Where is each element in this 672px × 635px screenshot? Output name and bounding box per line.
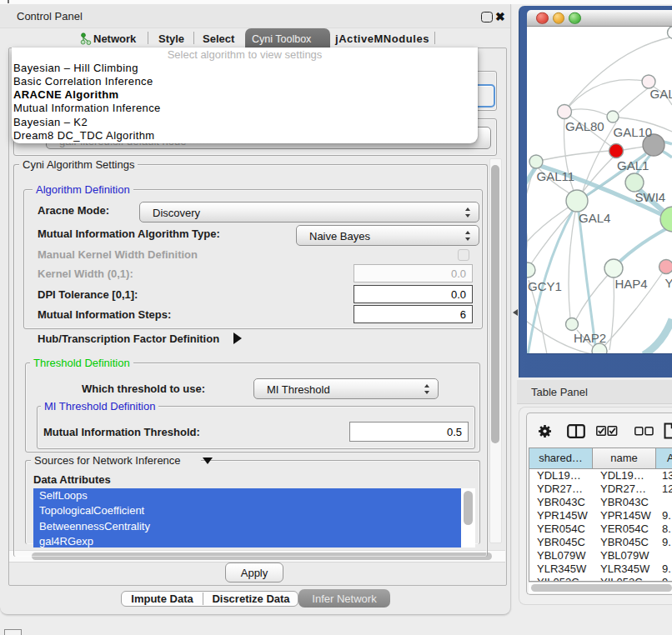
column-header-name[interactable]: name: [593, 448, 656, 469]
unchecked-boxes-icon[interactable]: [634, 427, 654, 436]
network-window-titlebar[interactable]: [527, 10, 672, 27]
table-cell-shared-name[interactable]: YPR145W: [537, 509, 592, 522]
algorithm-dropdown-item[interactable]: ARACNE Algorithm: [13, 88, 119, 102]
table-cell-shared-name[interactable]: YER054C: [537, 522, 592, 536]
attribute-list-item[interactable]: SelfLoops: [33, 488, 461, 503]
table-cell-name[interactable]: YLR345W: [600, 562, 655, 576]
which-threshold-combo[interactable]: MI Threshold: [253, 378, 439, 399]
table-cell-name[interactable]: YDR27…: [600, 482, 655, 496]
table-cell-shared-name[interactable]: YBR043C: [537, 496, 592, 509]
mi-threshold-input[interactable]: 0.5: [349, 422, 469, 442]
network-node-n-gcy1[interactable]: [527, 262, 535, 278]
manual-kernel-checkbox[interactable]: [458, 249, 469, 261]
split-columns-icon[interactable]: [567, 424, 585, 438]
list-scrollbar-thumb[interactable]: [464, 491, 473, 525]
table-cell-value[interactable]: 8.: [662, 522, 672, 536]
float-window-icon[interactable]: [481, 12, 493, 22]
network-node-n-salmon[interactable]: [659, 260, 672, 274]
table-horizontal-scrollbar[interactable]: [529, 582, 672, 593]
table-cell-value[interactable]: 9.: [662, 562, 672, 576]
table-cell-shared-name[interactable]: YBR045C: [537, 536, 592, 549]
network-node-n-gal4[interactable]: [566, 190, 588, 212]
table-cell-value[interactable]: 9.: [662, 576, 672, 582]
tab-cyni-toolbox[interactable]: Cyni Toolbox: [245, 28, 330, 48]
table-cell-name[interactable]: YIL052C: [600, 576, 655, 582]
table-cell-name[interactable]: YER054C: [600, 522, 655, 536]
network-node-n-gal10[interactable]: [607, 111, 619, 122]
algorithm-dropdown-item[interactable]: Mutual Information Inference: [13, 102, 161, 115]
tab-network[interactable]: Network: [93, 32, 136, 45]
table-cell-value[interactable]: 12: [662, 482, 672, 496]
control-panel-titlebar[interactable]: Control Panel: [0, 4, 510, 28]
network-edge-highlighted[interactable]: [662, 151, 672, 158]
network-node-n-swi4[interactable]: [625, 173, 644, 192]
mi-steps-input[interactable]: 6: [354, 305, 473, 323]
network-edge-highlighted[interactable]: [619, 228, 667, 262]
document-icon[interactable]: [664, 422, 672, 439]
network-edge-highlighted[interactable]: [644, 319, 672, 353]
column-header-third[interactable]: A: [656, 448, 672, 469]
table-cell-value[interactable]: 9.: [662, 536, 672, 549]
zoom-traffic-light[interactable]: [569, 12, 581, 24]
hub-expand-arrow-icon[interactable]: [233, 332, 242, 344]
splitpane-collapse-arrow-icon[interactable]: [513, 309, 518, 316]
table-cell-name[interactable]: YBR043C: [600, 496, 655, 509]
network-edge-highlighted[interactable]: [579, 212, 595, 345]
tab-infer-network[interactable]: Infer Network: [298, 589, 390, 608]
tab-select[interactable]: Select: [203, 32, 234, 45]
table-cell-name[interactable]: YBL079W: [600, 549, 655, 562]
attribute-list-item[interactable]: TopologicalCoefficient: [33, 503, 461, 518]
tab-style[interactable]: Style: [158, 32, 184, 45]
attribute-list-item[interactable]: gal4RGexp: [33, 534, 461, 548]
table-cell-shared-name[interactable]: YDL19…: [537, 469, 592, 482]
network-node-n-hap2[interactable]: [566, 318, 579, 331]
network-node-n-hap4[interactable]: [604, 259, 623, 278]
tab-discretize-data[interactable]: Discretize Data: [203, 591, 298, 606]
table-cell-value[interactable]: [662, 549, 672, 562]
network-edge[interactable]: [571, 109, 607, 115]
checked-boxes-icon[interactable]: [596, 426, 618, 437]
table-cell-shared-name[interactable]: YDR27…: [537, 482, 592, 496]
settings-vertical-scrollbar-thumb[interactable]: [491, 165, 499, 443]
table-cell-value[interactable]: 9.: [662, 509, 672, 522]
settings-vertical-scrollbar[interactable]: [489, 158, 502, 543]
apply-button[interactable]: Apply: [225, 562, 283, 582]
network-edge[interactable]: [619, 88, 648, 112]
sources-collapse-arrow-icon[interactable]: [203, 458, 213, 464]
network-edge[interactable]: [623, 147, 644, 150]
network-node-n-topright[interactable]: [668, 27, 672, 39]
table-cell-name[interactable]: YPR145W: [600, 509, 655, 522]
algorithm-dropdown-item[interactable]: Bayesian – K2: [13, 116, 88, 129]
aracne-mode-combo[interactable]: Discovery: [139, 202, 479, 222]
minimized-panel-icon[interactable]: [4, 629, 22, 635]
table-cell-name[interactable]: YDL19…: [600, 469, 655, 482]
table-cell-value[interactable]: 13: [662, 469, 672, 482]
hub-definition-label[interactable]: Hub/Transcription Factor Definition: [38, 332, 219, 345]
network-edge[interactable]: [569, 212, 575, 318]
gear-icon[interactable]: [538, 424, 552, 438]
network-edge[interactable]: [527, 207, 569, 242]
table-cell-shared-name[interactable]: YLR345W: [537, 562, 592, 576]
algorithm-dropdown-item[interactable]: Bayesian – Hill Climbing: [13, 62, 138, 75]
algorithm-dropdown-item[interactable]: Dream8 DC_TDC Algorithm: [13, 129, 155, 142]
close-traffic-light[interactable]: [536, 12, 549, 24]
table-cell-shared-name[interactable]: YIL052C: [537, 576, 592, 582]
kernel-width-input[interactable]: 0.0: [354, 264, 473, 282]
minimize-traffic-light[interactable]: [553, 12, 565, 24]
tab-impute-data[interactable]: Impute Data: [122, 591, 203, 606]
close-icon[interactable]: [495, 10, 505, 23]
network-node-n-gal80[interactable]: [558, 105, 572, 119]
dpi-tolerance-input[interactable]: 0.0: [354, 285, 473, 303]
table-cell-shared-name[interactable]: YBL079W: [537, 549, 592, 562]
network-node-n-gal11[interactable]: [529, 155, 543, 168]
column-header-shared-name[interactable]: shared…: [529, 448, 593, 469]
table-cell-name[interactable]: YBR045C: [600, 536, 655, 549]
attribute-list-item[interactable]: BetweennessCentrality: [33, 519, 461, 534]
table-cell-value[interactable]: [662, 496, 672, 509]
data-attributes-list[interactable]: SelfLoopsTopologicalCoefficientBetweenne…: [33, 488, 475, 548]
table-horizontal-scrollbar-thumb[interactable]: [531, 584, 672, 592]
network-edge-highlighted[interactable]: [527, 167, 536, 194]
table-panel-titlebar[interactable]: Table Panel: [517, 380, 672, 404]
tab-jactivemnodules[interactable]: jActiveMNodules: [335, 32, 429, 45]
mi-type-combo[interactable]: Naive Bayes: [296, 225, 479, 246]
